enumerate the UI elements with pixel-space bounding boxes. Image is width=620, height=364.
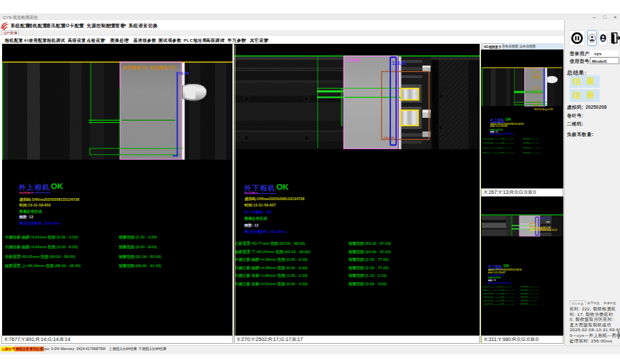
svg-text:灰阶阈值:93: 灰阶阈值:93: [527, 67, 538, 70]
svg-text:AI检测框123: AI检测框123: [540, 217, 551, 220]
svg-text:AI检测框: AI检测框: [346, 58, 362, 63]
svg-text:53.48: 53.48: [179, 71, 190, 75]
svg-text:虚拟码:20250208 时间:13-31: 虚拟码:20250208 时间:13-31: [529, 229, 557, 232]
svg-text:1.88 ±0.2: 1.88 ±0.2: [533, 77, 541, 79]
svg-text:823.63 Avg:2.58: 823.63 Avg:2.58: [534, 108, 553, 111]
svg-text:123.80: 123.80: [392, 61, 406, 66]
svg-text:灰阶阈值:93, 动态阈值:100: 灰阶阈值:93, 动态阈值:100: [122, 65, 176, 70]
svg-text:2.58 OK: 2.58 OK: [536, 90, 542, 93]
